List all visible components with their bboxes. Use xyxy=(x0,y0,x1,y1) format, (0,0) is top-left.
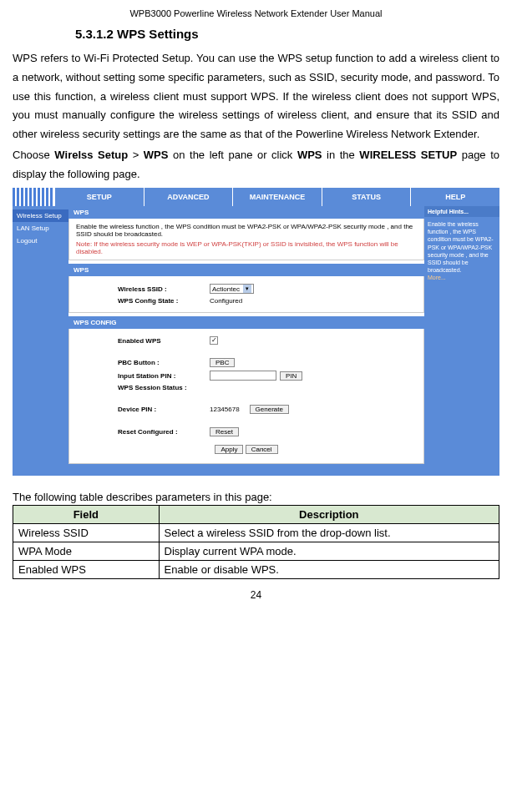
table-header-field: Field xyxy=(13,506,160,524)
nav-maintenance[interactable]: MAINTENANCE xyxy=(232,188,322,206)
cell-field: Wireless SSID xyxy=(13,524,160,542)
wps-info-desc: Enable the wireless function , the WPS c… xyxy=(76,223,417,238)
reset-label: Reset Configured : xyxy=(118,428,210,436)
router-screenshot: SETUP ADVANCED MAINTENANCE STATUS HELP W… xyxy=(13,188,499,476)
generate-button[interactable]: Generate xyxy=(250,405,289,414)
help-body: Enable the wireless function , the WPS c… xyxy=(424,217,499,285)
apply-button[interactable]: Apply xyxy=(215,445,243,454)
text-fragment: in the xyxy=(322,149,360,161)
cell-desc: Select a wireless SSID from the drop-dow… xyxy=(159,524,499,542)
nav-help[interactable]: HELP xyxy=(410,188,499,206)
config-state-label: WPS Config State : xyxy=(118,297,210,305)
content-area: WPS Enable the wireless function , the W… xyxy=(68,206,424,464)
top-navigation: SETUP ADVANCED MAINTENANCE STATUS HELP xyxy=(13,188,499,206)
bold-wireless-setup-2: WIRELESS SETUP xyxy=(359,149,457,161)
table-header-description: Description xyxy=(159,506,499,524)
pin-button[interactable]: PIN xyxy=(280,371,302,381)
nav-status[interactable]: STATUS xyxy=(322,188,411,206)
config-state-value: Configured xyxy=(210,297,242,305)
bold-wireless-setup: Wirelss Setup xyxy=(54,149,128,161)
section-heading: 5.3.1.2 WPS Settings xyxy=(75,27,499,41)
cancel-button[interactable]: Cancel xyxy=(246,445,278,454)
bold-wps-2: WPS xyxy=(297,149,322,161)
table-intro: The following table describes parameters… xyxy=(13,491,499,503)
wps-info-note: Note: If the wireless security mode is W… xyxy=(76,240,417,255)
station-pin-label: Input Station PIN : xyxy=(118,372,210,380)
help-more-link[interactable]: More... xyxy=(428,274,496,281)
cell-desc: Display current WPA mode. xyxy=(159,542,499,561)
ssid-label: Wireless SSID : xyxy=(118,285,210,293)
nav-stripe-decoration xyxy=(13,188,54,206)
text-fragment: Choose xyxy=(13,149,54,161)
ssid-select[interactable]: Actiontec ▾ xyxy=(210,284,254,294)
device-pin-value: 12345678 xyxy=(210,406,240,413)
session-status-label: WPS Session Status : xyxy=(118,384,210,391)
enabled-wps-label: Enabled WPS xyxy=(118,337,210,345)
table-row: Wireless SSID Select a wireless SSID fro… xyxy=(13,524,499,542)
bold-wps: WPS xyxy=(144,149,169,161)
enabled-wps-checkbox[interactable]: ✓ xyxy=(210,336,218,345)
device-pin-label: Device PIN : xyxy=(118,406,210,413)
paragraph-2: Choose Wirelss Setup > WPS on the left p… xyxy=(13,146,499,184)
parameters-table: Field Description Wireless SSID Select a… xyxy=(13,505,499,579)
pbc-label: PBC Button : xyxy=(118,359,210,366)
help-text: Enable the wireless function , the WPS c… xyxy=(428,221,493,273)
nav-advanced[interactable]: ADVANCED xyxy=(144,188,233,206)
cell-field: WPA Mode xyxy=(13,542,160,561)
ssid-value: Actiontec xyxy=(212,285,240,293)
wps-panel-header: WPS xyxy=(68,264,424,276)
wps-info-body: Enable the wireless function , the WPS c… xyxy=(68,219,424,260)
station-pin-input[interactable] xyxy=(210,371,276,381)
help-panel: Helpful Hints... Enable the wireless fun… xyxy=(424,206,499,464)
nav-setup[interactable]: SETUP xyxy=(54,188,144,206)
reset-button[interactable]: Reset xyxy=(210,427,239,436)
chevron-down-icon: ▾ xyxy=(243,285,251,293)
cell-field: Enabled WPS xyxy=(13,561,160,579)
wps-config-body: Enabled WPS ✓ PBC Button : PBC Input Sta… xyxy=(68,329,424,464)
table-row: Enabled WPS Enable or disable WPS. xyxy=(13,561,499,579)
pbc-button[interactable]: PBC xyxy=(210,358,235,367)
wps-panel-body: Wireless SSID : Actiontec ▾ WPS Config S… xyxy=(68,276,424,313)
bottom-bar xyxy=(13,464,499,476)
main-area: Wireless Setup LAN Setup Logout WPS Enab… xyxy=(13,206,499,464)
sidebar-item-wireless-setup[interactable]: Wireless Setup xyxy=(13,209,68,222)
text-fragment: > xyxy=(128,149,144,161)
sidebar-item-lan-setup[interactable]: LAN Setup xyxy=(13,222,68,235)
wps-config-header: WPS CONFIG xyxy=(68,316,424,329)
text-fragment: on the left pane or click xyxy=(168,149,297,161)
sidebar: Wireless Setup LAN Setup Logout xyxy=(13,206,68,464)
help-header: Helpful Hints... xyxy=(424,206,499,217)
sidebar-item-logout[interactable]: Logout xyxy=(13,235,68,247)
table-row: WPA Mode Display current WPA mode. xyxy=(13,542,499,561)
wps-info-header: WPS xyxy=(68,206,424,219)
page-number: 24 xyxy=(13,589,499,601)
doc-title: WPB3000 Powerline Wireless Network Exten… xyxy=(13,8,499,18)
paragraph-1: WPS refers to Wi-Fi Protected Setup. You… xyxy=(13,49,499,144)
cell-desc: Enable or disable WPS. xyxy=(159,561,499,579)
